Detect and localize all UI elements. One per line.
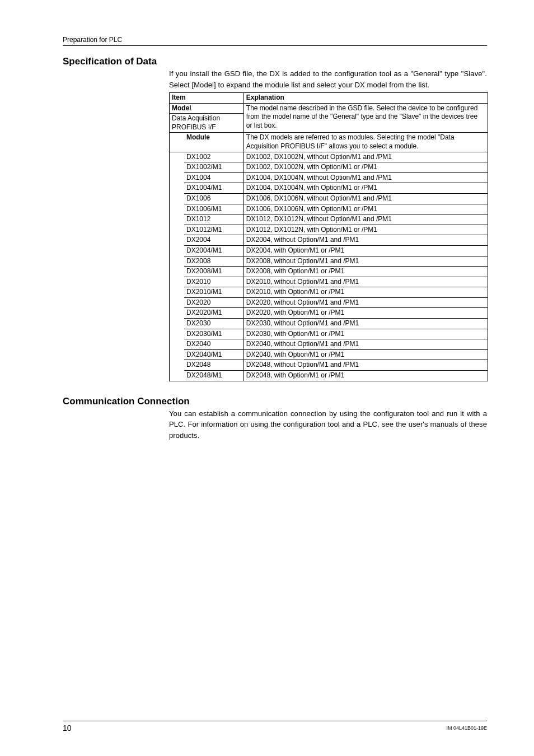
indent-spacer: [170, 339, 185, 350]
indent-spacer: [170, 152, 185, 162]
module-explanation: DX1006, DX1006N, with Option/M1 or /PM1: [243, 204, 488, 214]
module-item: DX1002: [184, 152, 243, 162]
indent-spacer: [170, 162, 185, 173]
specification-table: Item Explanation Model The model name de…: [169, 92, 488, 381]
module-explanation: DX2030, with Option/M1 or /PM1: [243, 329, 488, 339]
module-explanation: DX1004, DX1004N, with Option/M1 or /PM1: [243, 183, 488, 194]
module-item: DX1006/M1: [184, 204, 243, 214]
module-item: DX1012: [184, 214, 243, 225]
indent-spacer: [170, 371, 185, 381]
indent-spacer: [170, 214, 185, 225]
module-explanation: DX1006, DX1006N, without Option/M1 and /…: [243, 193, 488, 204]
module-explanation: DX2010, without Option/M1 and /PM1: [243, 277, 488, 287]
module-explanation: DX1012, DX1012N, without Option/M1 and /…: [243, 214, 488, 225]
indent-spacer: [170, 297, 185, 308]
module-explanation: DX2008, without Option/M1 and /PM1: [243, 256, 488, 267]
indent-spacer: [170, 225, 185, 235]
col-header-explanation: Explanation: [243, 93, 488, 104]
indent-spacer: [170, 256, 185, 267]
module-item: DX1012/M1: [184, 225, 243, 235]
module-explanation: DX2004, with Option/M1 or /PM1: [243, 245, 488, 256]
module-item: DX2040/M1: [184, 349, 243, 360]
indent-spacer: [170, 267, 185, 277]
indent-spacer: [170, 172, 185, 183]
indent-spacer: [170, 193, 185, 204]
indent-spacer: [170, 360, 185, 371]
module-item: DX2010/M1: [184, 287, 243, 298]
module-item: DX2010: [184, 277, 243, 287]
row-model-label: Model: [170, 103, 244, 114]
specification-intro: If you install the GSD file, the DX is a…: [169, 68, 487, 90]
indent-spacer: [170, 235, 185, 246]
module-explanation: DX2048, without Option/M1 and /PM1: [243, 360, 488, 371]
module-item: DX1004: [184, 172, 243, 183]
module-item: DX2004: [184, 235, 243, 246]
indent-spacer: [170, 277, 185, 287]
col-header-item: Item: [170, 93, 244, 104]
indent-spacer: [170, 204, 185, 214]
module-explanation: DX1002, DX1002N, with Option/M1 or /PM1: [243, 162, 488, 173]
module-explanation: DX1004, DX1004N, without Option/M1 and /…: [243, 172, 488, 183]
indent-spacer: [170, 133, 185, 152]
communication-paragraph: You can establish a communication connec…: [169, 408, 487, 441]
module-explanation: DX1012, DX1012N, with Option/M1 or /PM1: [243, 225, 488, 235]
module-item: DX2008: [184, 256, 243, 267]
indent-spacer: [170, 319, 185, 329]
module-item: DX2030: [184, 319, 243, 329]
module-item: DX1004/M1: [184, 183, 243, 194]
indent-spacer: [170, 349, 185, 360]
row-model-explanation: The model name described in the GSD file…: [243, 103, 488, 133]
module-item: DX2020/M1: [184, 308, 243, 319]
module-item: DX1006: [184, 193, 243, 204]
module-item: DX2008/M1: [184, 267, 243, 277]
section-heading-specification: Specification of Data: [63, 56, 487, 67]
indent-spacer: [170, 183, 185, 194]
module-item: DX2048: [184, 360, 243, 371]
row-module-explanation: The DX models are referred to as modules…: [243, 133, 488, 152]
page-number: 10: [63, 724, 72, 732]
module-explanation: DX2040, with Option/M1 or /PM1: [243, 349, 488, 360]
module-explanation: DX2004, without Option/M1 and /PM1: [243, 235, 488, 246]
module-item: DX2030/M1: [184, 329, 243, 339]
module-explanation: DX2010, with Option/M1 or /PM1: [243, 287, 488, 298]
module-explanation: DX2040, without Option/M1 and /PM1: [243, 339, 488, 350]
indent-spacer: [170, 245, 185, 256]
row-daq-label: Data Acquisition PROFIBUS I/F: [170, 114, 244, 133]
module-item: DX2004/M1: [184, 245, 243, 256]
module-item: DX2020: [184, 297, 243, 308]
module-explanation: DX2030, without Option/M1 and /PM1: [243, 319, 488, 329]
page-footer: 10 IM 04L41B01-19E: [63, 721, 487, 732]
module-item: DX1002/M1: [184, 162, 243, 173]
module-explanation: DX1002, DX1002N, without Option/M1 and /…: [243, 152, 488, 162]
module-item: DX2048/M1: [184, 371, 243, 381]
section-heading-communication: Communication Connection: [63, 396, 487, 407]
module-explanation: DX2048, with Option/M1 or /PM1: [243, 371, 488, 381]
indent-spacer: [170, 329, 185, 339]
module-item: DX2040: [184, 339, 243, 350]
module-explanation: DX2020, without Option/M1 and /PM1: [243, 297, 488, 308]
indent-spacer: [170, 308, 185, 319]
running-header: Preparation for PLC: [63, 36, 487, 46]
row-module-label: Module: [184, 133, 243, 152]
module-explanation: DX2020, with Option/M1 or /PM1: [243, 308, 488, 319]
indent-spacer: [170, 287, 185, 298]
document-id: IM 04L41B01-19E: [446, 725, 487, 732]
module-explanation: DX2008, with Option/M1 or /PM1: [243, 267, 488, 277]
